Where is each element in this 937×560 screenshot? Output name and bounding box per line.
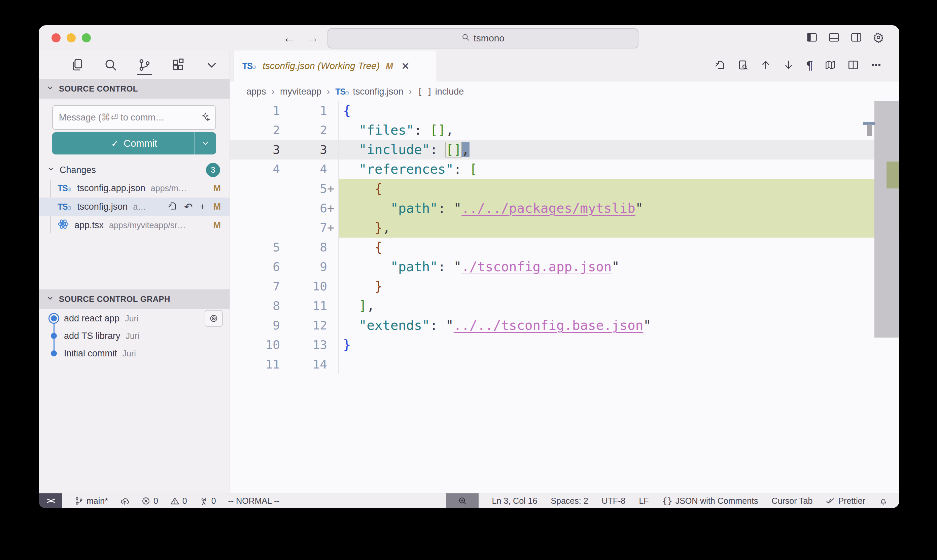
sparkle-icon[interactable]	[200, 112, 210, 123]
vim-mode[interactable]: -- NORMAL --	[228, 493, 280, 508]
code-line[interactable]: 4 4 "references": [	[230, 160, 899, 179]
code-line[interactable]: 1 1 {	[230, 101, 899, 120]
commit-row[interactable]: Initial commit Juri	[39, 345, 229, 362]
titlebar-right-actions	[806, 25, 885, 51]
code-line[interactable]: 11 14	[230, 355, 899, 374]
close-tab-icon[interactable]: ✕	[401, 60, 409, 72]
tab-tsconfig-working-tree[interactable]: TS⚙ tsconfig.json (Working Tree) M ✕	[234, 51, 437, 82]
code-line[interactable]: 6 9 "path": "./tsconfig.app.json"	[230, 257, 899, 277]
breadcrumb: apps › myviteapp › TS⚙tsconfig.json › [ …	[230, 82, 899, 102]
activity-extensions[interactable]	[170, 55, 186, 75]
discard-icon[interactable]: ↶	[184, 202, 192, 212]
language-mode[interactable]: {} JSON with Comments	[662, 493, 758, 508]
breadcrumb-item-tsconfig.json[interactable]: TS⚙tsconfig.json	[335, 86, 403, 97]
breadcrumb-item-myviteapp[interactable]: myviteapp	[280, 86, 322, 97]
activity-explorer[interactable]	[69, 55, 85, 75]
original-line-number	[230, 218, 280, 238]
code-line[interactable]: 2 2 "files": [],	[230, 120, 899, 140]
diff-editor-content[interactable]: 1 1 { 2 2 "files": [], 3 3 "include": []…	[230, 101, 899, 493]
remote-indicator[interactable]: ><	[39, 493, 62, 508]
split-editor-icon[interactable]	[848, 59, 859, 72]
status-bar-right: Ln 3, Col 16 Spaces: 2 UTF-8 LF {} JSON …	[446, 493, 899, 508]
vscode-window: ← → tsmono SOURCE CONTROL	[39, 25, 899, 508]
whitespace-icon[interactable]: ¶	[806, 60, 813, 71]
notifications[interactable]	[879, 493, 888, 508]
editor-search-icon[interactable]	[737, 59, 749, 72]
typescript-config-icon: TS⚙	[242, 61, 257, 71]
code-line[interactable]: 7+ },	[230, 218, 899, 238]
open-file-icon[interactable]	[714, 59, 726, 72]
activity-search[interactable]	[103, 55, 119, 75]
array-symbol-icon: [ ]	[417, 86, 432, 97]
back-arrow-icon[interactable]: ←	[283, 31, 295, 45]
changes-count-badge: 3	[206, 163, 220, 177]
publish-changes[interactable]	[120, 493, 129, 508]
commit-graph-list: add react app Juri add TS library Juri I…	[39, 309, 229, 362]
prev-change-icon[interactable]	[760, 59, 771, 72]
modified-line-number: 1	[280, 101, 327, 120]
layout-sidebar-left-icon[interactable]	[806, 31, 818, 45]
commit-dot-icon	[51, 315, 57, 322]
editor-group: TS⚙ tsconfig.json (Working Tree) M ✕ ¶ a…	[230, 51, 899, 493]
cursor-position[interactable]: Ln 3, Col 16	[492, 493, 537, 508]
next-change-icon[interactable]	[783, 59, 794, 72]
code-line[interactable]: 5 8 {	[230, 238, 899, 257]
source-control-section-header[interactable]: SOURCE CONTROL	[39, 79, 229, 98]
scrollbar-thumb[interactable]	[874, 101, 899, 338]
port-count[interactable]: 0	[199, 493, 216, 508]
layout-panel-icon[interactable]	[828, 31, 840, 45]
warning-count[interactable]: 0	[170, 493, 187, 508]
change-row-tsconfig.app.json[interactable]: TS⚙ tsconfig.app.json apps/m… M	[39, 179, 229, 198]
close-window-button[interactable]	[51, 33, 61, 42]
source-control-graph-header[interactable]: SOURCE CONTROL GRAPH	[39, 289, 229, 309]
encoding[interactable]: UTF-8	[602, 493, 626, 508]
branch-indicator[interactable]: main*	[74, 493, 108, 508]
code-line[interactable]: 9 12 "extends": "../../tsconfig.base.jso…	[230, 316, 899, 335]
code-line[interactable]: 5+ {	[230, 179, 899, 198]
braces-icon: {}	[662, 496, 672, 506]
history-nav: ← →	[283, 25, 319, 51]
indentation[interactable]: Spaces: 2	[551, 493, 588, 508]
commit-row[interactable]: add TS library Juri	[39, 327, 229, 345]
changes-list: TS⚙ tsconfig.app.json apps/m… M TS⚙ tsco…	[39, 179, 229, 235]
changes-section-header[interactable]: Changes 3	[39, 162, 229, 178]
error-count[interactable]: 0	[142, 493, 158, 508]
change-row-tsconfig.json[interactable]: TS⚙ tsconfig.json a… ↶+ M	[39, 198, 229, 216]
breadcrumb-item-apps[interactable]: apps	[246, 86, 266, 97]
goto-commit-button[interactable]	[205, 310, 223, 327]
forward-arrow-icon[interactable]: →	[306, 31, 319, 45]
commit-dropdown-button[interactable]	[194, 132, 216, 154]
more-actions-icon[interactable]	[870, 59, 882, 72]
activity-chevron-down[interactable]	[204, 55, 220, 75]
stage-icon[interactable]: +	[199, 202, 205, 212]
original-line-number: 4	[230, 160, 280, 179]
cursor-tab[interactable]: Cursor Tab	[772, 493, 813, 508]
command-center-search[interactable]: tsmono	[328, 28, 639, 48]
code-line[interactable]: 6+ "path": "../../packages/mytslib"	[230, 198, 899, 218]
layout-sidebar-right-icon[interactable]	[850, 31, 862, 45]
activity-bar	[39, 51, 229, 79]
code-line[interactable]: 10 13 }	[230, 335, 899, 355]
code-line[interactable]: 8 11 ],	[230, 296, 899, 316]
modified-line-number: 3	[280, 140, 327, 160]
commit-message-input[interactable]	[58, 112, 200, 123]
commit-message: add react app	[64, 313, 120, 324]
commit-button-label: Commit	[123, 138, 157, 149]
formatter[interactable]: Prettier	[826, 493, 865, 508]
settings-gear-icon[interactable]	[872, 31, 885, 45]
zoom-indicator[interactable]	[446, 493, 479, 508]
modified-line-number: 12	[280, 316, 327, 335]
breadcrumb-item-include[interactable]: [ ]include	[417, 86, 464, 97]
code-line[interactable]: 7 10 }	[230, 277, 899, 296]
commit-button[interactable]: ✓ Commit	[52, 132, 216, 154]
eol[interactable]: LF	[639, 493, 649, 508]
open-file-icon[interactable]	[167, 201, 177, 213]
minimize-window-button[interactable]	[67, 33, 76, 42]
status-bar: >< main* 0 0 0	[39, 493, 899, 508]
maximize-window-button[interactable]	[82, 33, 91, 42]
activity-source-control[interactable]	[136, 55, 152, 75]
commit-row[interactable]: add react app Juri	[39, 309, 229, 327]
change-row-app.tsx[interactable]: app.tsx apps/myviteapp/sr… M	[39, 216, 229, 235]
map-icon[interactable]	[825, 59, 836, 72]
code-line[interactable]: 3 3 "include": [],	[230, 140, 899, 160]
